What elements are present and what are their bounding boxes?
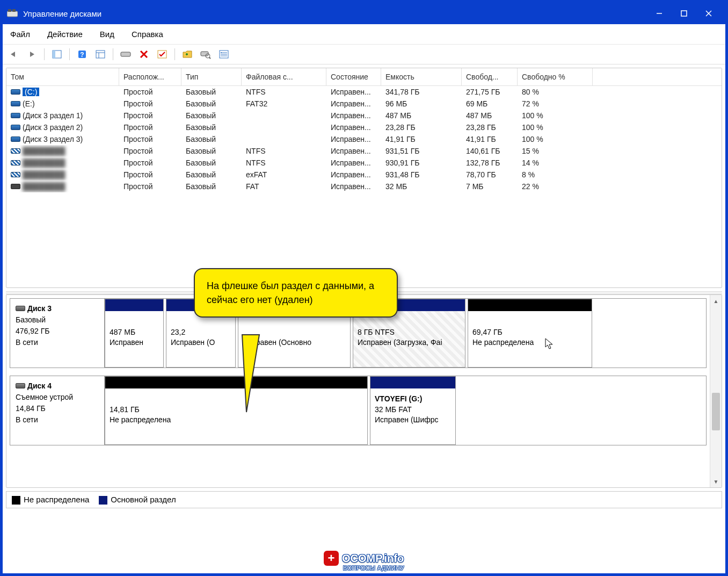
legend-unallocated: Не распределена	[24, 495, 89, 504]
svg-text:?: ?	[80, 51, 84, 59]
watermark-sub: ВОПРОСЫ АДМИНУ	[343, 565, 404, 571]
folder-button[interactable]	[180, 47, 195, 62]
col-freepct[interactable]: Свободно %	[518, 68, 593, 85]
disk-icon	[16, 383, 25, 388]
volume-icon	[11, 148, 20, 154]
table-row[interactable]: (Диск 3 раздел 3)ПростойБазовыйИсправен.…	[6, 133, 722, 145]
back-button[interactable]	[6, 47, 21, 62]
volume-icon	[11, 113, 20, 118]
partition[interactable]: 487 МБИсправен	[105, 299, 164, 368]
menu-view[interactable]: Вид	[98, 27, 117, 41]
partition[interactable]: 14,81 ГБНе распределена	[105, 376, 368, 445]
table-header: Том Располож... Тип Файловая с... Состоя…	[6, 68, 722, 86]
volume-table: Том Располож... Тип Файловая с... Состоя…	[6, 68, 722, 288]
volume-icon	[11, 160, 20, 165]
volume-icon	[11, 89, 20, 95]
disk-icon	[16, 306, 25, 311]
volume-icon	[11, 172, 20, 177]
swatch-primary	[99, 496, 107, 505]
watermark: +OCOMP.info ВОПРОСЫ АДМИНУ	[324, 551, 404, 571]
minimize-button[interactable]	[647, 4, 672, 23]
watermark-plus-icon: +	[324, 551, 339, 566]
check-button[interactable]	[155, 47, 170, 62]
callout-text: На флешке был раздел с данными, а сейчас…	[194, 268, 398, 318]
svg-rect-1	[8, 9, 11, 12]
disk-button[interactable]	[118, 47, 133, 62]
window-title: Управление дисками	[23, 9, 647, 18]
separator	[69, 48, 70, 60]
callout: На флешке был раздел с данными, а сейчас…	[194, 268, 398, 318]
table-row[interactable]: (Диск 3 раздел 1)ПростойБазовыйИсправен.…	[6, 110, 722, 121]
table-row[interactable]: (E:)ПростойБазовыйFAT32Исправен...96 МБ6…	[6, 98, 722, 110]
table-row[interactable]: ████████ПростойБазовыйNTFSИсправен...931…	[6, 145, 722, 157]
menubar: Файл Действие Вид Справка	[3, 24, 725, 45]
svg-rect-4	[681, 11, 687, 16]
col-layout[interactable]: Располож...	[119, 68, 181, 85]
partition[interactable]: VTOYEFI (G:)32 МБ FATИсправен (Шифрс	[370, 376, 456, 445]
watermark-text: OCOMP.info	[342, 552, 404, 564]
volume-icon	[11, 184, 20, 189]
panel-button[interactable]	[49, 47, 64, 62]
volume-icon	[11, 101, 20, 106]
forward-button[interactable]	[24, 47, 39, 62]
scrollbar[interactable]: ▲ ▼	[710, 295, 722, 487]
svg-line-20	[209, 57, 210, 59]
separator	[113, 48, 113, 60]
scroll-thumb[interactable]	[712, 393, 720, 430]
volume-icon	[11, 125, 20, 130]
disk-label[interactable]: Диск 4Съемное устрой14,84 ГБВ сети	[10, 376, 105, 445]
disk-row[interactable]: Диск 4Съемное устрой14,84 ГБВ сети14,81 …	[10, 376, 707, 445]
separator	[174, 48, 175, 60]
col-status[interactable]: Состояние	[326, 68, 381, 85]
separator	[44, 48, 45, 60]
table-row[interactable]: ████████ПростойБазовыйexFATИсправен...93…	[6, 169, 722, 181]
table-row[interactable]: (C:)ПростойБазовыйNTFSИсправен...341,78 …	[6, 86, 722, 98]
table-row[interactable]: ████████ПростойБазовыйNTFSИсправен...930…	[6, 157, 722, 169]
svg-rect-14	[121, 52, 130, 56]
maximize-button[interactable]	[672, 4, 696, 23]
close-button[interactable]	[696, 4, 721, 23]
disk-map: Диск 3Базовый476,92 ГБВ сети487 МБИсправ…	[6, 294, 722, 488]
legend: Не распределена Основной раздел	[6, 491, 722, 508]
list-button[interactable]	[216, 47, 231, 62]
col-type[interactable]: Тип	[181, 68, 242, 85]
col-free[interactable]: Свобод...	[462, 68, 518, 85]
titlebar: Управление дисками	[3, 3, 725, 24]
scroll-up[interactable]: ▲	[710, 295, 722, 307]
scroll-down[interactable]: ▼	[710, 476, 722, 487]
legend-primary: Основной раздел	[111, 495, 176, 504]
col-volume[interactable]: Том	[6, 68, 119, 85]
svg-rect-8	[53, 51, 55, 58]
search-disk-button[interactable]	[198, 47, 213, 62]
menu-action[interactable]: Действие	[45, 27, 85, 41]
delete-button[interactable]	[136, 47, 151, 62]
col-capacity[interactable]: Емкость	[381, 68, 462, 85]
disk-label[interactable]: Диск 3Базовый476,92 ГБВ сети	[10, 299, 105, 368]
partition[interactable]: 69,47 ГБНе распределена	[468, 299, 592, 368]
svg-rect-11	[96, 51, 105, 58]
volume-icon	[11, 136, 20, 142]
svg-rect-0	[7, 11, 18, 17]
props-button[interactable]	[93, 47, 108, 62]
svg-point-25	[221, 52, 222, 53]
table-row[interactable]: ████████ПростойБазовыйFATИсправен...32 М…	[6, 181, 722, 192]
table-row[interactable]: (Диск 3 раздел 2)ПростойБазовыйИсправен.…	[6, 121, 722, 133]
col-fs[interactable]: Файловая с...	[242, 68, 326, 85]
cursor-icon	[545, 338, 555, 352]
menu-file[interactable]: Файл	[8, 27, 32, 41]
app-icon	[7, 8, 18, 19]
help-button[interactable]: ?	[75, 47, 90, 62]
menu-help[interactable]: Справка	[129, 27, 165, 41]
toolbar: ?	[3, 45, 725, 64]
table-body: (C:)ПростойБазовыйNTFSИсправен...341,78 …	[6, 86, 722, 192]
swatch-unallocated	[12, 496, 20, 505]
svg-rect-2	[12, 9, 16, 12]
